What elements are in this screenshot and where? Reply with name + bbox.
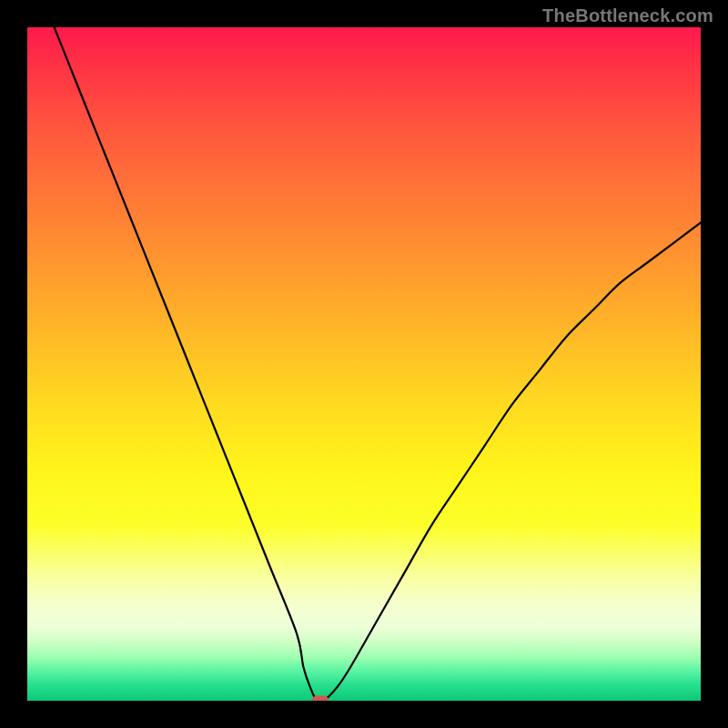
minimum-marker xyxy=(312,696,329,702)
curve-svg xyxy=(27,27,701,701)
watermark-text: TheBottleneck.com xyxy=(542,5,713,26)
bottleneck-curve xyxy=(27,27,701,701)
chart-frame: TheBottleneck.com xyxy=(0,0,728,728)
plot-area xyxy=(27,27,701,701)
